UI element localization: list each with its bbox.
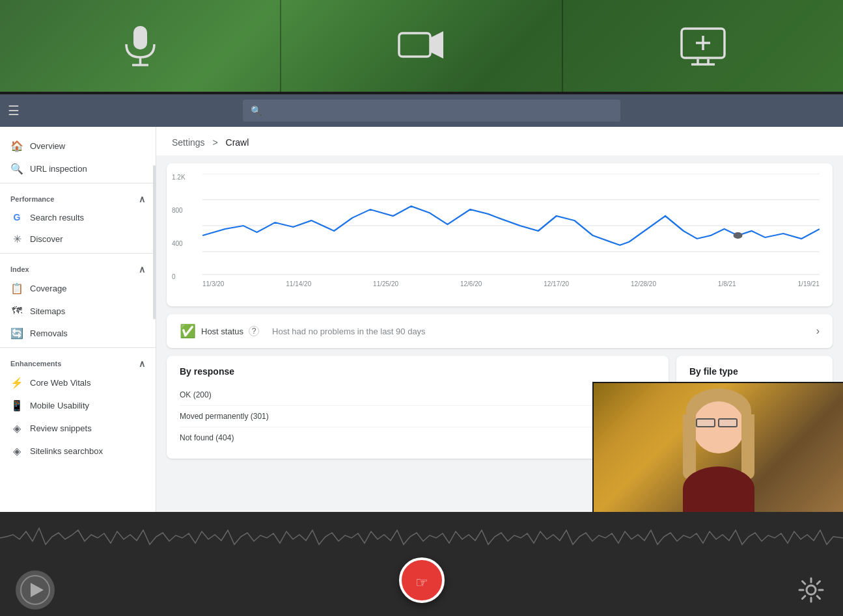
sidebar-item-search-results[interactable]: G Search results bbox=[0, 207, 156, 228]
play-button[interactable] bbox=[16, 570, 55, 609]
waveform-area bbox=[0, 512, 843, 564]
sidebar-label-url-inspection: URL inspection bbox=[30, 164, 87, 174]
sitemaps-icon: 🗺 bbox=[10, 305, 23, 317]
sidebar-item-sitelinks-searchbox[interactable]: ◈ Sitelinks searchbox bbox=[0, 440, 156, 462]
svg-point-16 bbox=[734, 232, 743, 239]
camera-section[interactable] bbox=[281, 0, 561, 92]
sidebar: 🏠 Overview 🔍 URL inspection Performance … bbox=[0, 127, 156, 512]
breadcrumb-parent: Settings bbox=[172, 137, 205, 148]
sidebar-section-index: Index ∧ bbox=[0, 256, 156, 277]
chart-svg bbox=[202, 174, 820, 278]
svg-line-27 bbox=[803, 596, 805, 598]
svg-point-19 bbox=[807, 585, 816, 595]
sidebar-item-url-inspection[interactable]: 🔍 URL inspection bbox=[0, 157, 156, 180]
coverage-icon: 📋 bbox=[10, 282, 23, 295]
index-collapse-icon[interactable]: ∧ bbox=[139, 264, 145, 275]
search-container: 🔍 bbox=[243, 100, 620, 122]
enhancements-collapse-icon[interactable]: ∧ bbox=[139, 358, 145, 369]
sidebar-divider-2 bbox=[0, 253, 156, 254]
mobile-icon: 📱 bbox=[10, 399, 23, 412]
response-label-200: OK (200) bbox=[180, 390, 587, 399]
sitelinks-icon: ◈ bbox=[10, 445, 23, 457]
sidebar-section-enhancements: Enhancements ∧ bbox=[0, 351, 156, 371]
sidebar-divider-1 bbox=[0, 183, 156, 183]
hamburger-icon[interactable]: ☰ bbox=[8, 103, 20, 118]
bottom-controls: ☞ bbox=[0, 564, 843, 616]
sidebar-item-coverage[interactable]: 📋 Coverage bbox=[0, 277, 156, 300]
svg-line-24 bbox=[803, 582, 805, 584]
sidebar-item-removals[interactable]: 🔄 Removals bbox=[0, 322, 156, 345]
chart-canvas bbox=[202, 174, 820, 278]
sidebar-section-performance: Performance ∧ bbox=[0, 186, 156, 207]
response-label-301: Moved permanently (301) bbox=[180, 412, 587, 421]
search-small-icon: 🔍 bbox=[10, 163, 23, 175]
svg-line-26 bbox=[817, 582, 820, 584]
sidebar-item-mobile-usability[interactable]: 📱 Mobile Usability bbox=[0, 394, 156, 417]
breadcrumb-current: Crawl bbox=[226, 137, 249, 148]
mic-icon bbox=[122, 25, 158, 67]
home-icon: 🏠 bbox=[10, 140, 23, 152]
by-file-type-title: By file type bbox=[689, 366, 820, 377]
sidebar-item-discover[interactable]: ✳ Discover bbox=[0, 228, 156, 250]
record-button[interactable]: ☞ bbox=[399, 557, 445, 603]
sidebar-item-sitemaps[interactable]: 🗺 Sitemaps bbox=[0, 300, 156, 322]
video-overlay bbox=[592, 382, 843, 512]
by-response-title: By response bbox=[180, 366, 656, 377]
chart-area: 1.2K 800 400 0 bbox=[167, 163, 833, 306]
sidebar-item-overview[interactable]: 🏠 Overview bbox=[0, 135, 156, 157]
cwv-icon: ⚡ bbox=[10, 377, 23, 389]
search-input[interactable] bbox=[267, 105, 613, 116]
response-row-301: Moved permanently (301) 8% bbox=[180, 406, 656, 427]
svg-marker-4 bbox=[430, 31, 443, 59]
response-row-404: Not found (404) bbox=[180, 427, 656, 448]
cursor-icon: ☞ bbox=[415, 574, 428, 591]
monitor-section[interactable] bbox=[563, 0, 843, 92]
removals-icon: 🔄 bbox=[10, 327, 23, 340]
help-icon: ? bbox=[249, 326, 259, 336]
chevron-right-icon: › bbox=[816, 325, 820, 337]
microphone-section[interactable] bbox=[0, 0, 280, 92]
video-person bbox=[660, 388, 777, 512]
header-bar: ☰ 🔍 bbox=[0, 94, 843, 127]
play-logo-icon bbox=[19, 574, 51, 606]
chart-y-labels: 1.2K 800 400 0 bbox=[167, 174, 191, 280]
check-icon: ✅ bbox=[180, 323, 196, 339]
monitor-plus-icon bbox=[680, 27, 726, 66]
camera-icon bbox=[398, 30, 445, 62]
host-status-label: Host status bbox=[201, 327, 243, 336]
breadcrumb: Settings > Crawl bbox=[156, 127, 843, 155]
svg-rect-0 bbox=[133, 26, 147, 49]
host-status-card[interactable]: ✅ Host status ? Host had no problems in … bbox=[167, 314, 833, 348]
chart-x-labels: 11/3/20 11/14/20 11/25/20 12/6/20 12/17/… bbox=[202, 280, 820, 288]
bottom-bar: ☞ bbox=[0, 512, 843, 616]
top-recording-bar bbox=[0, 0, 843, 94]
response-row-200: OK (200) 87% bbox=[180, 384, 656, 406]
gear-icon bbox=[798, 577, 824, 603]
chart-card: 1.2K 800 400 0 bbox=[167, 163, 833, 306]
waveform-svg bbox=[0, 512, 843, 564]
svg-line-25 bbox=[817, 596, 820, 598]
response-label-404: Not found (404) bbox=[180, 433, 587, 442]
sidebar-label-overview: Overview bbox=[30, 141, 65, 151]
breadcrumb-separator: > bbox=[212, 137, 217, 148]
review-icon: ◈ bbox=[10, 422, 23, 435]
svg-rect-3 bbox=[399, 33, 430, 57]
sidebar-divider-3 bbox=[0, 347, 156, 348]
google-icon: G bbox=[10, 212, 23, 222]
sidebar-scroll bbox=[153, 165, 156, 319]
search-icon: 🔍 bbox=[251, 105, 262, 116]
sidebar-item-review-snippets[interactable]: ◈ Review snippets bbox=[0, 417, 156, 440]
performance-collapse-icon[interactable]: ∧ bbox=[139, 194, 145, 204]
host-status-description: Host had no problems in the last 90 days bbox=[272, 327, 426, 336]
settings-button[interactable] bbox=[795, 574, 827, 606]
discover-icon: ✳ bbox=[10, 233, 23, 245]
sidebar-item-core-web-vitals[interactable]: ⚡ Core Web Vitals bbox=[0, 371, 156, 394]
